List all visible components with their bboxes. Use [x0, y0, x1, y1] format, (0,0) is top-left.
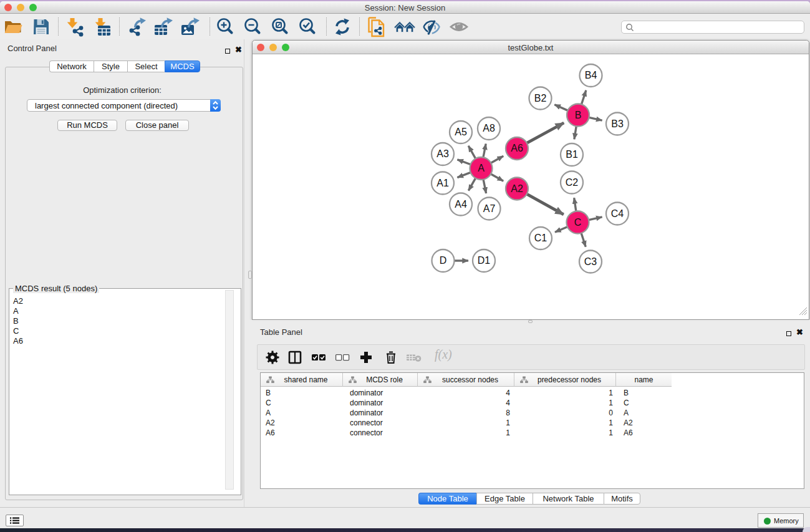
- svg-text:D1: D1: [478, 255, 491, 266]
- svg-text:C4: C4: [611, 208, 624, 219]
- svg-text:C2: C2: [566, 177, 579, 188]
- svg-text:A7: A7: [483, 203, 496, 214]
- svg-text:C3: C3: [584, 256, 597, 267]
- svg-text:C1: C1: [534, 233, 547, 243]
- svg-text:A2: A2: [511, 183, 523, 194]
- svg-text:A3: A3: [436, 148, 449, 159]
- svg-text:B2: B2: [534, 93, 547, 104]
- svg-text:A1: A1: [436, 178, 449, 188]
- svg-text:B3: B3: [611, 118, 624, 129]
- svg-text:A4: A4: [455, 199, 467, 210]
- svg-text:A5: A5: [455, 127, 467, 137]
- svg-text:B1: B1: [566, 149, 578, 160]
- svg-text:B: B: [575, 110, 582, 120]
- svg-text:A6: A6: [511, 143, 523, 153]
- svg-text:A8: A8: [483, 123, 495, 133]
- svg-text:D: D: [440, 255, 447, 266]
- svg-text:A: A: [478, 163, 485, 173]
- svg-text:C: C: [574, 217, 582, 228]
- svg-text:B4: B4: [585, 70, 597, 80]
